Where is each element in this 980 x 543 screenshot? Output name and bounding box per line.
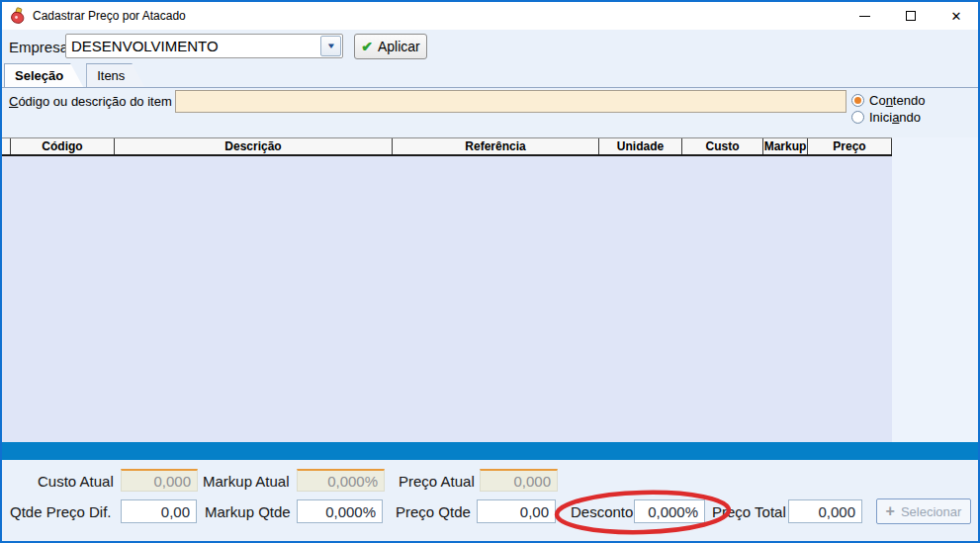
preco-total-label: Preço Total — [712, 503, 786, 520]
grid-indicator-column — [2, 138, 11, 154]
empresa-combobox[interactable]: DESENVOLVIMENTO ▼ — [65, 34, 343, 58]
minimize-icon — [859, 16, 870, 17]
grid-header: Código Descrição Referência Unidade Cust… — [2, 137, 892, 156]
preco-atual-field: 0,000 — [480, 469, 558, 492]
selecionar-label: Selecionar — [901, 504, 961, 519]
column-header-unidade[interactable]: Unidade — [599, 138, 682, 154]
markup-atual-label: Markup Atual — [203, 473, 290, 490]
markup-qtde-input[interactable] — [297, 499, 383, 523]
empresa-dropdown-button[interactable]: ▼ — [320, 36, 341, 56]
markup-atual-field: 0,000% — [297, 469, 385, 492]
selecionar-button[interactable]: + Selecionar — [876, 498, 971, 524]
radio-contendo[interactable]: Contendo — [851, 93, 925, 108]
search-input[interactable] — [175, 90, 846, 113]
preco-qtde-input[interactable] — [477, 499, 556, 523]
custo-atual-label: Custo Atual — [38, 473, 114, 490]
column-header-codigo[interactable]: Código — [11, 138, 115, 154]
tab-selecao[interactable]: Seleção — [4, 63, 83, 87]
grid-right-gap — [892, 137, 978, 442]
plus-icon: + — [886, 503, 895, 519]
app-window: Cadastrar Preço por Atacado ✕ Empresa: D… — [0, 0, 980, 543]
maximize-icon — [906, 11, 916, 21]
app-icon — [9, 7, 27, 25]
radio-contendo-label: Contendo — [869, 93, 925, 108]
preco-atual-label: Preço Atual — [399, 473, 475, 490]
radio-off-icon — [851, 111, 864, 124]
empresa-label: Empresa: — [9, 39, 72, 55]
column-header-custo[interactable]: Custo — [682, 138, 763, 154]
aplicar-button[interactable]: ✔ Aplicar — [354, 34, 427, 59]
close-icon: ✕ — [951, 10, 962, 23]
tabpage-border — [2, 87, 978, 88]
custo-atual-field: 0,000 — [121, 469, 198, 492]
grid-body[interactable] — [2, 156, 892, 442]
separator-bar — [2, 442, 978, 460]
column-header-markup[interactable]: Markup — [763, 138, 808, 154]
markup-qtde-label: Markup Qtde — [205, 503, 291, 520]
column-header-preco[interactable]: Preço — [808, 138, 892, 154]
close-button[interactable]: ✕ — [939, 2, 973, 30]
tab-itens[interactable]: Itens — [86, 63, 144, 87]
preco-qtde-label: Preço Qtde — [396, 503, 471, 520]
chevron-down-icon: ▼ — [325, 42, 335, 50]
minimize-button[interactable] — [847, 2, 881, 30]
maximize-button[interactable] — [894, 2, 928, 30]
desconto-label: Desconto — [571, 503, 633, 520]
qtde-preco-dif-input[interactable] — [121, 499, 197, 523]
aplicar-label: Aplicar — [378, 39, 420, 54]
tab-strip: Seleção Itens — [4, 63, 144, 87]
search-label: Código ou descrição do item — [9, 94, 172, 109]
radio-iniciando[interactable]: Iniciando — [851, 110, 921, 125]
empresa-value: DESENVOLVIMENTO — [66, 38, 320, 54]
column-header-descricao[interactable]: Descrição — [115, 138, 393, 154]
title-bar: Cadastrar Preço por Atacado ✕ — [2, 2, 978, 30]
radio-iniciando-label: Iniciando — [869, 110, 921, 125]
preco-total-input[interactable] — [788, 499, 862, 523]
desconto-input[interactable] — [634, 499, 705, 523]
column-header-referencia[interactable]: Referência — [393, 138, 599, 154]
window-title: Cadastrar Preço por Atacado — [33, 9, 186, 23]
footer-panel: Custo Atual 0,000 Markup Atual 0,000% Pr… — [2, 460, 978, 541]
radio-on-icon — [851, 94, 864, 107]
qtde-preco-dif-label: Qtde Preço Dif. — [10, 503, 112, 520]
check-icon: ✔ — [361, 40, 373, 53]
